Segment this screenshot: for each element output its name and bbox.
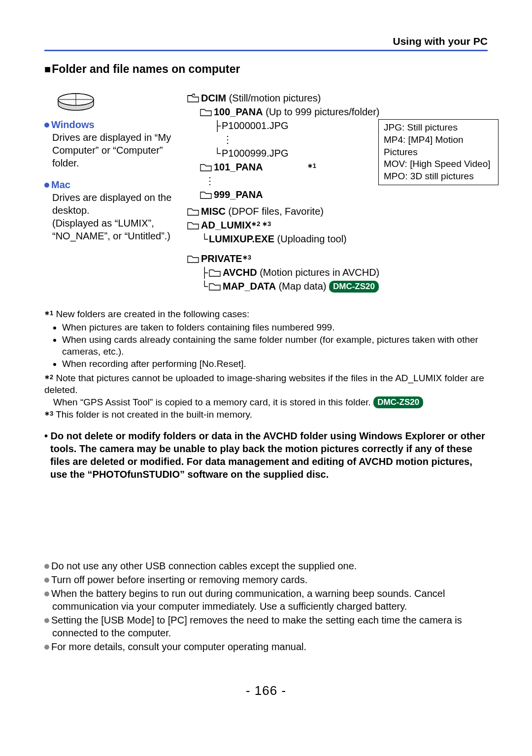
bullet-icon: [44, 183, 49, 188]
folder-icon: [200, 107, 212, 116]
windows-block: Windows Drives are displayed in “My Comp…: [44, 118, 177, 169]
header-rule: [44, 50, 488, 51]
windows-label: Windows: [51, 119, 95, 130]
mac-desc: Drives are displayed on the desktop. (Di…: [52, 191, 177, 242]
bullet-icon: [44, 618, 49, 623]
bullet-icon: [44, 564, 49, 569]
footnotes: ∗1 New folders are created in the follow…: [44, 308, 488, 421]
drive-icon: [56, 92, 177, 113]
filetype-callout: JPG: Still pictures MP4: [MP4] Motion Pi…: [378, 119, 499, 185]
folder-icon: [200, 190, 212, 199]
file-name: P1000999.JPG: [222, 147, 289, 160]
folder-icon: [200, 163, 212, 171]
folder-icon: [187, 94, 199, 102]
warning-note: • Do not delete or modify folders or dat…: [44, 429, 488, 481]
section-title: ■Folder and file names on computer: [44, 62, 488, 77]
model-badge: DMC-ZS20: [373, 396, 423, 408]
bullet-icon: [44, 592, 49, 596]
bullet-icon: [44, 645, 49, 650]
windows-desc: Drives are displayed in “My Computer” or…: [52, 131, 177, 169]
page-number: - 166 -: [44, 683, 488, 699]
file-name: P1000001.JPG: [222, 119, 289, 132]
square-bullet-icon: ■: [44, 63, 51, 75]
bottom-notes: Do not use any other USB connection cabl…: [44, 559, 488, 653]
mac-label: Mac: [51, 179, 70, 190]
folder-icon: [209, 268, 221, 277]
folder-icon: [187, 207, 199, 216]
folder-icon: [209, 282, 221, 291]
mac-block: Mac Drives are displayed on the desktop.…: [44, 178, 177, 242]
header-breadcrumb: Using with your PC: [44, 34, 488, 48]
folder-tree: JPG: Still pictures MP4: [MP4] Motion Pi…: [187, 92, 488, 294]
bullet-icon: [44, 578, 49, 583]
folder-icon: [187, 254, 199, 263]
bullet-icon: [44, 123, 49, 128]
model-badge: DMC-ZS20: [329, 281, 379, 293]
folder-icon: [187, 221, 199, 230]
